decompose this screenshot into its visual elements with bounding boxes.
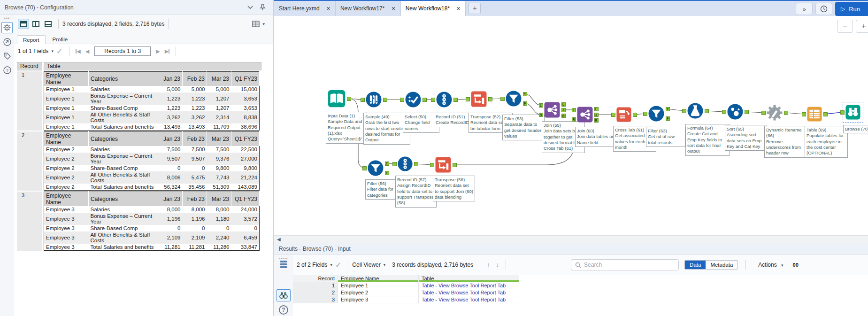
tool-annotation[interactable]: Sort (65) Ascending sort data sets on Em… [725,125,767,151]
record-id-tool-icon[interactable] [397,156,413,172]
help-icon[interactable]: ? [1,64,13,76]
sort-tool-icon[interactable] [727,103,744,120]
report-tab-link[interactable]: Table - View Browse Tool Report Tab [419,296,519,303]
workflow-tab[interactable]: New Workflow18*✕ [401,1,466,16]
close-icon[interactable]: ✕ [391,6,395,12]
table-tool-icon[interactable] [807,106,822,122]
results-row[interactable]: 1Employee 1Table - View Browse Tool Repo… [293,282,519,289]
close-icon[interactable]: ✕ [326,6,330,12]
input-port[interactable] [361,98,365,102]
results-column-header[interactable]: Employee Name [338,275,419,282]
help-icon[interactable]: ? [279,305,288,315]
tag-icon[interactable] [1,50,13,62]
input-port-r[interactable]: R [539,113,543,117]
input-port[interactable] [500,97,505,101]
input-port[interactable] [362,166,367,170]
tab-profile[interactable]: Profile [46,35,74,44]
close-icon[interactable]: ✕ [456,6,461,12]
input-port[interactable] [400,98,404,102]
actions-menu[interactable]: Actions ▾ [758,262,786,268]
search-input[interactable]: Search [571,259,679,270]
zoom-in-button[interactable]: + [856,20,868,33]
input-port[interactable] [611,113,615,117]
report-tab-link[interactable]: Table - View Browse Tool Report Tab [419,282,519,289]
move-down-icon[interactable]: ↓ [496,261,499,269]
input-port[interactable] [430,163,434,167]
output-port-f[interactable]: F [666,116,670,121]
chevron-down-icon[interactable]: ▾ [51,49,54,54]
apply-check-icon[interactable]: ✓ [56,47,62,56]
output-port-f[interactable]: F [385,171,389,175]
filter-tool-icon[interactable] [505,90,522,107]
filter-tool-icon[interactable] [367,160,384,177]
pin-panel-button[interactable] [256,2,269,13]
tool-annotation[interactable]: Transpose (58) Reorient data set to supp… [433,176,475,201]
input-port-r[interactable]: R [572,117,576,122]
scroll-left-arrow-icon[interactable]: ◀ [274,237,284,242]
canvas-horizontal-scrollbar[interactable]: ◀ [274,235,868,243]
tool-annotation[interactable]: Record ID (57) Assign RecordID field to … [395,176,437,208]
tool-annotation[interactable]: Join (60) Join data tables on Name field [575,127,618,147]
fields-selector[interactable]: 1 of 1 Fields [18,48,48,54]
join-tool-icon[interactable] [576,106,593,123]
output-port-t[interactable]: T [385,162,389,166]
output-port-r[interactable]: R [561,114,566,118]
output-port[interactable] [422,98,427,102]
workflow-tab[interactable]: New Workflow17*✕ [336,1,401,16]
browse-input-anchor-button[interactable] [277,289,291,301]
output-port[interactable] [823,112,828,116]
results-fields-selector[interactable]: 2 of 2 Fields [297,262,327,268]
output-port-t[interactable]: T [666,107,670,111]
output-port[interactable] [383,98,387,102]
input-data-tool-icon[interactable] [327,89,346,108]
previous-record-button[interactable]: ◀ [85,48,89,54]
output-port-j[interactable]: J [594,113,599,117]
report-tab-link[interactable]: Table - View Browse Tool Report Tab [419,289,519,296]
tool-annotation[interactable]: Input Data (1) Sample Data and Required … [326,112,367,144]
workflow-tab[interactable]: Start Here.yxmd✕ [274,1,336,16]
input-port[interactable] [761,111,766,115]
output-port[interactable] [347,97,351,101]
tool-annotation[interactable]: Filter (53) Separate data to get desired… [502,115,545,140]
chevron-down-icon[interactable]: ▾ [330,262,332,267]
input-port[interactable] [722,110,726,114]
cell-viewer-selector[interactable]: Cell Viewer [352,262,380,268]
results-row[interactable]: 2Employee 2Table - View Browse Tool Repo… [293,289,519,296]
output-port-j[interactable]: J [561,108,566,112]
input-port[interactable] [392,162,397,166]
last-record-button[interactable]: ▶ [165,48,169,54]
input-port[interactable] [682,109,686,113]
input-port[interactable] [643,112,647,116]
record-id-tool-icon[interactable] [436,91,453,108]
output-port[interactable] [705,109,709,113]
results-layout-button[interactable]: ••••• [277,256,290,270]
join-tool-icon[interactable] [544,101,561,118]
formula-tool-icon[interactable] [687,102,704,119]
output-port[interactable] [488,97,492,101]
select-tool-icon[interactable] [405,91,422,108]
overflow-tabs-button[interactable]: » [796,3,813,15]
run-workflow-button[interactable]: ▷Run [835,2,868,16]
chevron-down-icon[interactable]: ▾ [384,262,386,267]
results-column-header[interactable]: Table [419,275,519,282]
output-port[interactable] [784,111,788,115]
drag-handle-icon[interactable]: ••• [4,16,10,21]
tool-annotation[interactable]: Formula (64) Create Cat and Emp Key fiel… [685,124,730,156]
first-record-button[interactable]: ◀ [76,48,80,54]
tool-annotation[interactable]: Table (69) Populate tables for each empl… [805,126,848,158]
tab-report[interactable]: Report [17,35,46,44]
zoom-out-button[interactable]: − [837,20,853,33]
single-pane-view-button[interactable] [18,19,29,29]
output-port-f[interactable]: F [523,101,527,106]
output-port[interactable] [453,98,458,102]
input-port[interactable] [466,97,470,101]
apply-check-icon[interactable]: ✓ [335,261,341,270]
dynamic-rename-tool-icon[interactable] [766,104,783,121]
output-port[interactable] [745,110,749,114]
filter-tool-icon[interactable] [648,105,665,122]
metadata-toggle-button[interactable]: Metadata [706,261,737,269]
sample-tool-icon[interactable] [365,91,382,108]
output-port-t[interactable]: T [523,92,527,96]
share-icon[interactable] [1,36,13,47]
input-port-l[interactable]: L [539,103,543,108]
